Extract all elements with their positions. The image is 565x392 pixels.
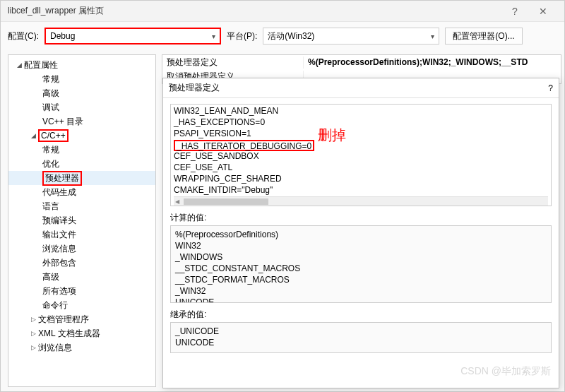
popup-titlebar: 预处理器定义 ? [163,78,559,98]
definition-line[interactable]: WRAPPING_CEF_SHARED [174,174,548,185]
tree-item[interactable]: 高级 [8,86,155,100]
property-value: %(PreprocessorDefinitions);WIN32;_WINDOW… [304,57,561,67]
definition-line[interactable]: _HAS_EXCEPTIONS=0 [174,117,548,129]
config-combo[interactable]: Debug ▾ [44,28,221,44]
tree-item[interactable]: ▷文档管理程序 [8,312,155,326]
tree-item[interactable]: ▷浏览信息 [8,340,155,355]
annotation-delete: 删掉 [318,126,346,145]
tree-item[interactable]: 常规 [8,72,155,86]
computed-line: _WIN32 [175,285,547,297]
tree-cpp[interactable]: ◢C/C++ [8,129,155,143]
definition-line[interactable]: PSAPI_VERSION=1 [174,129,548,140]
platform-value: 活动(Win32) [268,30,314,42]
popup-title: 预处理器定义 [169,82,548,94]
tree-item[interactable]: VC++ 目录 [8,114,155,129]
computed-line: __STDC_CONSTANT_MACROS [175,263,547,274]
computed-line: __STDC_FORMAT_MACROS [175,274,547,285]
chevron-down-icon: ▾ [212,32,215,40]
computed-line: _WINDOWS [175,251,547,263]
tree-root[interactable]: ◢配置属性 [8,58,155,72]
popup-help-button[interactable]: ? [548,83,553,93]
config-manager-button[interactable]: 配置管理器(O)... [445,28,522,44]
definition-line-highlighted[interactable]: _HAS_ITERATOR_DEBUGGING=0 [174,140,314,151]
tree-item[interactable]: ▷XML 文档生成器 [8,326,155,340]
tree-item[interactable]: 输出文件 [8,227,155,242]
tree-item[interactable]: 所有选项 [8,284,155,298]
tree-item[interactable]: 高级 [8,270,155,284]
arrow-right-icon: ▷ [28,316,38,323]
property-row[interactable]: 预处理器定义 %(PreprocessorDefinitions);WIN32;… [162,55,561,69]
help-button[interactable]: ? [501,6,529,17]
tree-item[interactable]: 调试 [8,100,155,114]
tree-item[interactable]: 常规 [8,143,155,157]
config-label: 配置(C): [8,30,39,42]
computed-line: UNICODE [175,297,547,303]
toolbar: 配置(C): Debug ▾ 平台(P): 活动(Win32) ▾ 配置管理器(… [1,22,564,50]
arrow-right-icon: ▷ [28,330,38,337]
window-title: libcef_dll_wrapper 属性页 [8,5,501,17]
definition-line[interactable]: CEF_USE_ATL [174,162,548,174]
definition-line[interactable]: CMAKE_INTDIR="Debug" [174,185,548,196]
tree-item[interactable]: 语言 [8,199,155,213]
config-value: Debug [50,31,75,41]
property-key: 预处理器定义 [162,57,304,69]
definitions-editbox[interactable]: WIN32_LEAN_AND_MEAN _HAS_EXCEPTIONS=0 PS… [170,104,552,206]
tree-item-preprocessor[interactable]: 预处理器 [8,171,155,185]
platform-label: 平台(P): [227,30,257,42]
arrow-down-icon: ◢ [28,132,38,139]
tree-item[interactable]: 外部包含 [8,256,155,270]
preprocessor-definitions-dialog: 预处理器定义 ? WIN32_LEAN_AND_MEAN _HAS_EXCEPT… [162,78,559,388]
inherited-values-box: _UNICODE UNICODE [170,322,552,353]
computed-line: %(PreprocessorDefinitions) [175,229,547,240]
tree-view[interactable]: ◢配置属性 常规 高级 调试 VC++ 目录 ◢C/C++ 常规 优化 预处理器… [8,54,156,387]
definition-line[interactable]: CEF_USE_SANDBOX [174,151,548,162]
computed-values-box: %(PreprocessorDefinitions) WIN32 _WINDOW… [170,225,552,303]
definition-line[interactable]: WIN32_LEAN_AND_MEAN [174,106,548,117]
close-button[interactable]: ✕ [529,6,557,17]
arrow-down-icon: ◢ [14,61,24,69]
chevron-down-icon: ▾ [431,32,434,40]
tree-item[interactable]: 代码生成 [8,185,155,199]
computed-label: 计算的值: [170,212,552,224]
arrow-right-icon: ▷ [28,344,38,351]
inherited-line: _UNICODE [175,326,547,337]
tree-item[interactable]: 预编译头 [8,213,155,227]
titlebar: libcef_dll_wrapper 属性页 ? ✕ [1,1,564,22]
computed-line: WIN32 [175,240,547,251]
inherited-label: 继承的值: [170,309,552,321]
platform-combo[interactable]: 活动(Win32) ▾ [263,28,439,44]
horizontal-scrollbar[interactable] [174,196,548,206]
popup-body: WIN32_LEAN_AND_MEAN _HAS_EXCEPTIONS=0 PS… [163,98,559,388]
tree-item[interactable]: 优化 [8,157,155,171]
tree-item[interactable]: 命令行 [8,298,155,312]
tree-item[interactable]: 浏览信息 [8,242,155,256]
inherited-line: UNICODE [175,337,547,348]
